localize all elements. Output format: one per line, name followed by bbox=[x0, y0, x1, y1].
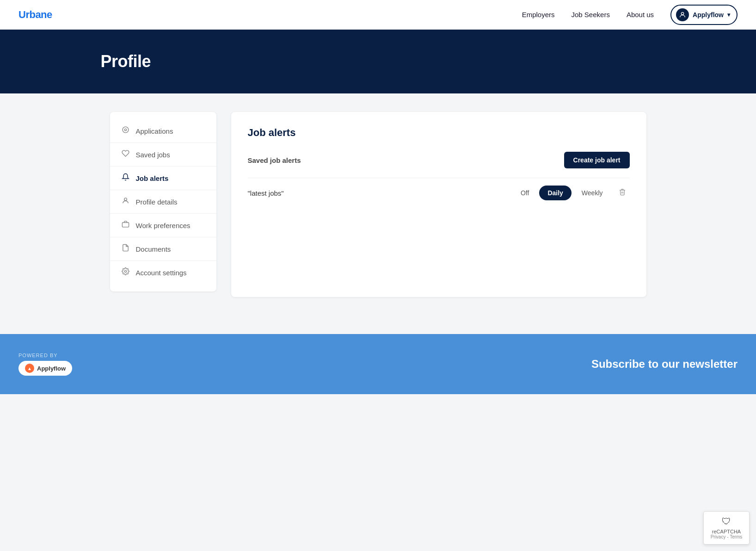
sidebar-label-work-preferences: Work preferences bbox=[136, 222, 191, 229]
hero-section: Profile bbox=[0, 30, 756, 93]
sidebar-item-profile-details[interactable]: Profile details bbox=[110, 190, 216, 214]
svg-point-5 bbox=[124, 270, 126, 272]
main-panel: Job alerts Saved job alerts Create job a… bbox=[231, 112, 646, 297]
sidebar-label-saved-jobs: Saved jobs bbox=[136, 151, 170, 159]
navbar: Urbane Employers Job Seekers About us Ap… bbox=[0, 0, 756, 30]
chevron-down-icon: ▾ bbox=[727, 12, 730, 18]
applyflow-logo[interactable]: ▲ Applyflow bbox=[18, 361, 72, 376]
bell-icon bbox=[121, 173, 130, 183]
sidebar-item-account-settings[interactable]: Account settings bbox=[110, 261, 216, 284]
alert-toggle-group: Off Daily Weekly bbox=[512, 186, 611, 200]
sidebar-item-applications[interactable]: Applications bbox=[110, 119, 216, 143]
sidebar-label-account-settings: Account settings bbox=[136, 269, 187, 277]
newsletter-title: Subscribe to our newsletter bbox=[591, 358, 738, 371]
sidebar: Applications Saved jobs Job alerts Profi… bbox=[110, 112, 216, 291]
brand-logo[interactable]: Urbane bbox=[18, 9, 52, 21]
svg-point-2 bbox=[124, 129, 126, 130]
nav-link-employers[interactable]: Employers bbox=[522, 11, 555, 19]
sidebar-item-saved-jobs[interactable]: Saved jobs bbox=[110, 143, 216, 167]
document-icon bbox=[121, 244, 130, 254]
toggle-daily-button[interactable]: Daily bbox=[539, 186, 571, 200]
user-name-label: Applyflow bbox=[693, 11, 724, 19]
sidebar-item-documents[interactable]: Documents bbox=[110, 237, 216, 261]
svg-point-3 bbox=[124, 198, 127, 201]
gear-icon bbox=[121, 267, 130, 278]
briefcase-icon bbox=[121, 220, 130, 230]
profile-icon bbox=[121, 197, 130, 207]
toggle-off-button[interactable]: Off bbox=[512, 186, 537, 200]
delete-alert-button[interactable] bbox=[615, 186, 630, 200]
alert-row: "latest jobs" Off Daily Weekly bbox=[248, 178, 630, 208]
footer-powered: POWERED BY ▲ Applyflow bbox=[18, 353, 72, 376]
sidebar-item-job-alerts[interactable]: Job alerts bbox=[110, 167, 216, 190]
user-menu-button[interactable]: Applyflow ▾ bbox=[670, 5, 738, 25]
newsletter-section: Subscribe to our newsletter bbox=[591, 358, 738, 371]
sidebar-label-profile-details: Profile details bbox=[136, 198, 178, 206]
brand-name: Urbane bbox=[18, 9, 52, 20]
footer-top: POWERED BY ▲ Applyflow Subscribe to our … bbox=[18, 353, 738, 376]
nav-links: Employers Job Seekers About us Applyflow… bbox=[522, 5, 738, 25]
sidebar-label-job-alerts: Job alerts bbox=[136, 174, 169, 182]
applications-icon bbox=[121, 126, 130, 136]
nav-link-about-us[interactable]: About us bbox=[627, 11, 654, 19]
heart-icon bbox=[121, 149, 130, 160]
create-job-alert-button[interactable]: Create job alert bbox=[564, 152, 630, 168]
applyflow-name: Applyflow bbox=[37, 365, 66, 372]
nav-link-job-seekers[interactable]: Job Seekers bbox=[572, 11, 610, 19]
sidebar-label-documents: Documents bbox=[136, 245, 171, 253]
toggle-weekly-button[interactable]: Weekly bbox=[573, 186, 611, 200]
main-content: Applications Saved jobs Job alerts Profi… bbox=[101, 93, 656, 316]
panel-title: Job alerts bbox=[248, 127, 630, 139]
footer: POWERED BY ▲ Applyflow Subscribe to our … bbox=[0, 334, 756, 394]
svg-point-1 bbox=[123, 127, 129, 133]
applyflow-icon: ▲ bbox=[25, 364, 34, 373]
alert-name: "latest jobs" bbox=[248, 189, 512, 197]
sidebar-label-applications: Applications bbox=[136, 127, 173, 135]
svg-point-0 bbox=[681, 12, 683, 14]
section-label: Saved job alerts bbox=[248, 156, 301, 164]
svg-rect-4 bbox=[122, 223, 129, 227]
user-avatar-icon bbox=[676, 8, 689, 21]
powered-by-label: POWERED BY bbox=[18, 353, 72, 358]
sidebar-item-work-preferences[interactable]: Work preferences bbox=[110, 214, 216, 237]
page-title: Profile bbox=[101, 52, 656, 71]
section-header: Saved job alerts Create job alert bbox=[248, 152, 630, 168]
